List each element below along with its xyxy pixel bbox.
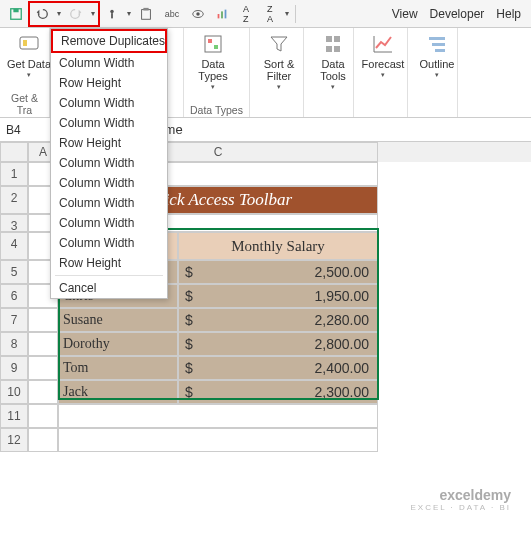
spelling-button[interactable]: abc [158, 3, 186, 25]
touch-mode-button[interactable] [100, 3, 124, 25]
quick-access-toolbar: ▾ ▾ ▾ abc AZ ZA ▾ View Developer Help [0, 0, 531, 28]
cell-salary[interactable]: $2,300.00 [178, 380, 378, 404]
sort-za-button[interactable]: ZA [258, 3, 282, 25]
svg-rect-11 [20, 37, 38, 49]
cell-salary[interactable]: $2,400.00 [178, 356, 378, 380]
row-header[interactable]: 11 [0, 404, 28, 428]
undo-item[interactable]: Row Height [51, 73, 167, 93]
sort-filter-button[interactable]: Sort & Filter ▾ [256, 32, 302, 91]
redo-button[interactable] [64, 3, 88, 25]
preview-button[interactable] [186, 3, 210, 25]
row-header[interactable]: 1 [0, 162, 28, 186]
currency-symbol: $ [183, 264, 193, 280]
get-transform-group-label: Get & Tra [6, 90, 43, 116]
get-data-label: Get Data [7, 58, 51, 70]
tab-view[interactable]: View [386, 3, 424, 25]
undo-item[interactable]: Column Width [51, 153, 167, 173]
forecast-button[interactable]: Forecast ▾ [360, 32, 406, 79]
cell[interactable] [28, 404, 58, 428]
salary-value: 2,500.00 [315, 264, 374, 280]
svg-rect-23 [334, 46, 340, 52]
sort-az-button[interactable]: AZ [234, 3, 258, 25]
undo-item[interactable]: Row Height [51, 253, 167, 273]
chart-button[interactable] [210, 3, 234, 25]
data-tools-label: Data Tools [310, 58, 356, 82]
undo-cancel[interactable]: Cancel [51, 278, 167, 298]
currency-symbol: $ [183, 312, 193, 328]
touch-dropdown-arrow[interactable]: ▾ [124, 9, 134, 18]
cell-salary[interactable]: $2,280.00 [178, 308, 378, 332]
row-header[interactable]: 8 [0, 332, 28, 356]
cell-name[interactable]: Dorothy [58, 332, 178, 356]
forecast-group-label [360, 114, 401, 116]
data-types-button[interactable]: Data Types ▾ [190, 32, 236, 91]
qat-more-arrow[interactable]: ▾ [282, 9, 292, 18]
data-tools-button[interactable]: Data Tools ▾ [310, 32, 356, 91]
save-button[interactable] [4, 3, 28, 25]
svg-rect-10 [225, 9, 227, 18]
row-header[interactable]: 7 [0, 308, 28, 332]
sort-filter-label: Sort & Filter [256, 58, 302, 82]
outline-group-label [414, 114, 451, 116]
undo-item[interactable]: Column Width [51, 93, 167, 113]
undo-item-remove-duplicates[interactable]: Remove Duplicates [51, 29, 167, 53]
row-header[interactable]: 9 [0, 356, 28, 380]
row-header[interactable]: 12 [0, 428, 28, 452]
undo-button[interactable] [30, 3, 54, 25]
name-box-value: B4 [6, 123, 21, 137]
undo-item[interactable]: Column Width [51, 53, 167, 73]
cell[interactable] [28, 428, 58, 452]
cell[interactable] [58, 404, 378, 428]
tab-developer[interactable]: Developer [424, 3, 491, 25]
salary-value: 1,950.00 [315, 288, 374, 304]
sort-group-label [256, 114, 297, 116]
cell-salary[interactable]: $2,800.00 [178, 332, 378, 356]
salary-value: 2,400.00 [315, 360, 374, 376]
svg-rect-18 [208, 39, 212, 43]
svg-rect-4 [142, 9, 151, 19]
row-header[interactable]: 5 [0, 260, 28, 284]
undo-item[interactable]: Row Height [51, 133, 167, 153]
cell-salary[interactable]: $2,500.00 [178, 260, 378, 284]
cell-salary[interactable]: $1,950.00 [178, 284, 378, 308]
cell-name[interactable]: Jack [58, 380, 178, 404]
undo-item[interactable]: Column Width [51, 213, 167, 233]
cell[interactable] [28, 356, 58, 380]
select-all-corner[interactable] [0, 142, 28, 162]
cell[interactable] [28, 308, 58, 332]
redo-dropdown-arrow[interactable]: ▾ [88, 3, 98, 25]
data-types-group-label: Data Types [190, 102, 243, 116]
cell[interactable] [58, 428, 378, 452]
cell-name[interactable]: Susane [58, 308, 178, 332]
row-header[interactable]: 6 [0, 284, 28, 308]
row-header[interactable]: 10 [0, 380, 28, 404]
svg-rect-25 [432, 43, 445, 46]
undo-item[interactable]: Column Width [51, 173, 167, 193]
svg-rect-17 [205, 36, 221, 52]
undo-item[interactable]: Column Width [51, 113, 167, 133]
undo-item[interactable]: Column Width [51, 233, 167, 253]
svg-rect-1 [13, 8, 18, 12]
cell-name[interactable]: Tom [58, 356, 178, 380]
cell[interactable] [28, 380, 58, 404]
get-data-button[interactable]: Get Data ▾ [6, 32, 52, 79]
tab-help[interactable]: Help [490, 3, 527, 25]
svg-rect-26 [435, 49, 445, 52]
undo-item[interactable]: Column Width [51, 193, 167, 213]
row-header[interactable]: 4 [0, 232, 28, 260]
row-header[interactable]: 2 [0, 186, 28, 214]
forecast-label: Forecast [362, 58, 405, 70]
outline-button[interactable]: Outline ▾ [414, 32, 460, 79]
row-header[interactable]: 3 [0, 214, 28, 232]
svg-rect-24 [429, 37, 445, 40]
header-salary[interactable]: Monthly Salary [178, 232, 378, 260]
svg-rect-12 [23, 40, 27, 46]
cell[interactable] [28, 332, 58, 356]
paste-button[interactable] [134, 3, 158, 25]
undo-dropdown-arrow[interactable]: ▾ [54, 3, 64, 25]
svg-rect-3 [111, 13, 113, 18]
salary-value: 2,300.00 [315, 384, 374, 400]
qat-separator [295, 5, 296, 23]
salary-value: 2,800.00 [315, 336, 374, 352]
svg-rect-19 [214, 45, 218, 49]
